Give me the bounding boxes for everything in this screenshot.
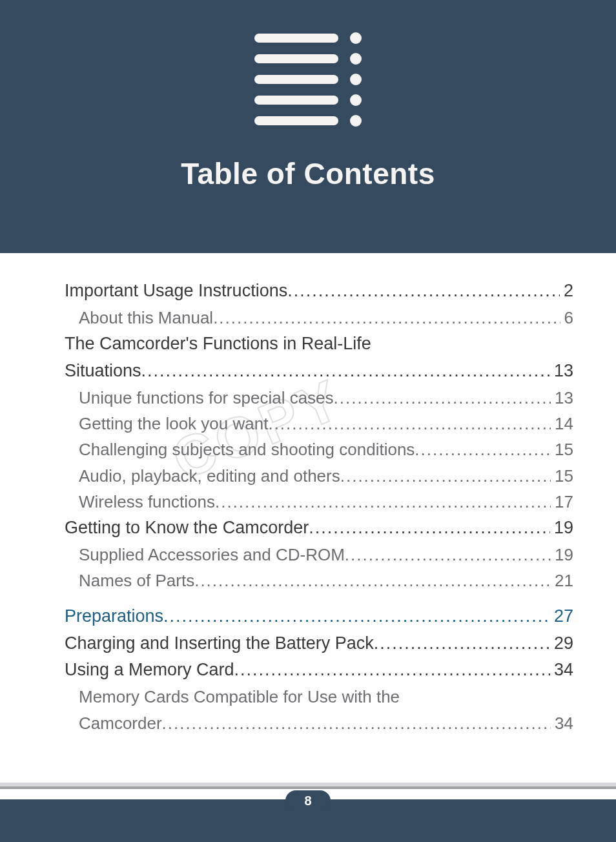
toc-page: 27 [550,603,573,630]
toc-label: Camcorder [79,710,162,736]
toc-leader [141,358,550,385]
toc-page: 19 [550,515,573,542]
toc-label: Challenging subjects and shooting condit… [79,436,415,462]
toc-entry[interactable]: Wireless functions 17 [65,489,573,515]
toc-label: Charging and Inserting the Battery Pack [65,630,374,657]
toc-chapter[interactable]: Preparations 27 [65,603,573,630]
toc-page: 17 [551,489,573,515]
toc-leader [334,385,551,411]
footer-divider [0,786,616,789]
toc-leader [340,463,551,489]
toc-label: Important Usage Instructions [65,278,287,305]
toc-entry[interactable]: Memory Cards Compatible for Use with the… [65,684,573,736]
page-title: Table of Contents [181,156,435,191]
toc-leader [374,630,550,657]
toc-entry[interactable]: Getting the look you want 14 [65,411,573,436]
toc-entry[interactable]: Important Usage Instructions 2 [65,278,573,305]
toc-entry[interactable]: The Camcorder's Functions in Real-Life S… [65,331,573,385]
toc-page: 21 [551,568,573,593]
page-header: Table of Contents [0,0,616,253]
toc-entry[interactable]: Supplied Accessories and CD-ROM 19 [65,542,573,568]
page-number-badge: 8 [285,790,331,811]
toc-label: Getting to Know the Camcorder [65,515,309,542]
page-footer: 8 [0,783,616,842]
toc-leader [162,710,551,736]
toc-page: 15 [551,463,573,489]
toc-leader [268,411,551,436]
toc-leader [345,542,551,568]
page-root: Table of Contents COPY Important Usage I… [0,0,616,842]
toc-leader [213,305,560,331]
toc-page: 13 [550,358,573,385]
toc-content: Important Usage Instructions 2 About thi… [65,278,573,736]
toc-page: 29 [550,630,573,657]
toc-entry[interactable]: Names of Parts 21 [65,568,573,593]
toc-entry[interactable]: About this Manual 6 [65,305,573,331]
toc-label: Wireless functions [79,489,215,515]
toc-page: 15 [551,436,573,462]
toc-leader [194,568,551,593]
toc-leader [163,603,550,630]
toc-page: 19 [551,542,573,568]
toc-leader [415,436,551,462]
toc-label: Getting the look you want [79,411,268,436]
toc-label: Memory Cards Compatible for Use with the [79,684,400,710]
toc-leader [234,657,550,684]
toc-label: Supplied Accessories and CD-ROM [79,542,345,568]
toc-label: About this Manual [79,305,213,331]
toc-label: Situations [65,358,141,385]
toc-label: Unique functions for special cases [79,385,334,411]
toc-entry[interactable]: Using a Memory Card 34 [65,657,573,684]
toc-page: 14 [551,411,573,436]
toc-entry[interactable]: Audio, playback, editing and others 15 [65,463,573,489]
toc-entry[interactable]: Charging and Inserting the Battery Pack … [65,630,573,657]
toc-leader [309,515,550,542]
toc-page: 34 [551,710,573,736]
toc-list-icon [254,32,362,127]
toc-leader [215,489,551,515]
toc-entry[interactable]: Challenging subjects and shooting condit… [65,436,573,462]
toc-page: 13 [551,385,573,411]
toc-label: The Camcorder's Functions in Real-Life [65,331,371,358]
toc-label: Using a Memory Card [65,657,234,684]
toc-entry[interactable]: Getting to Know the Camcorder 19 [65,515,573,542]
toc-page: 6 [560,305,573,331]
toc-label: Names of Parts [79,568,194,593]
toc-entry[interactable]: Unique functions for special cases 13 [65,385,573,411]
toc-page: 2 [560,278,573,305]
toc-label: Preparations [65,603,163,630]
toc-leader [287,278,560,305]
toc-label: Audio, playback, editing and others [79,463,340,489]
toc-page: 34 [550,657,573,684]
